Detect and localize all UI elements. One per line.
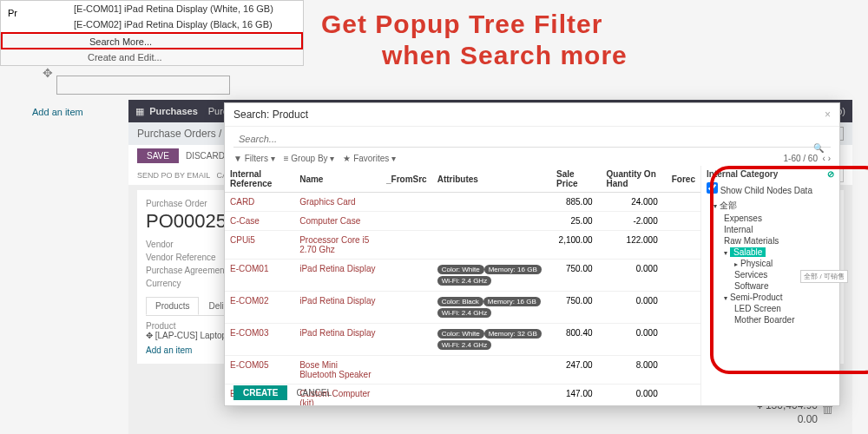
create-button[interactable]: CREATE [233, 385, 287, 400]
tab-products[interactable]: Products [146, 297, 199, 315]
product-select[interactable] [56, 76, 230, 95]
search-product-modal: Search: Product × ▼ Filters ▾ ≡ Group By… [224, 102, 840, 406]
cell-attr: Color: BlackMemory: 16 GBWi-Fi: 2.4 GHz [432, 292, 551, 324]
create-edit-option[interactable]: Create and Edit... [1, 49, 303, 65]
tree-node-root[interactable]: 全部 [707, 199, 834, 213]
tree-node[interactable]: Internal [707, 224, 834, 235]
modal-pager: 1-60 / 60 ‹ › [783, 154, 831, 163]
attribute-pill: Memory: 16 GB [483, 297, 541, 306]
search-more-option[interactable]: Search More... [1, 32, 303, 49]
th-ref[interactable]: Internal Reference [225, 166, 294, 193]
search-input[interactable] [233, 131, 831, 148]
discard-button[interactable]: DISCARD [186, 151, 225, 161]
cell-price: 800.40 [551, 324, 601, 356]
th-price[interactable]: Sale Price [551, 166, 601, 193]
cell-attr [432, 212, 551, 231]
app-window: ▦ Purchases Purchase ▾ Control ▾ Reporti… [128, 100, 852, 434]
cell-forecast [667, 212, 700, 231]
dropdown-option[interactable]: [E-COM01] iPad Retina Display (White, 16… [1, 1, 303, 16]
cell-price: 247.00 [551, 356, 601, 385]
cell-qty: 122.000 [602, 231, 667, 260]
attribute-pill: Wi-Fi: 2.4 GHz [437, 340, 491, 350]
show-child-checkbox[interactable]: Show Child Nodes Data [707, 182, 834, 195]
cell-ref: CPUi5 [225, 231, 294, 260]
dropdown-option[interactable]: [E-COM02] iPad Retina Display (Black, 16… [1, 16, 303, 32]
cancel-button[interactable]: CANCEL [296, 388, 332, 398]
table-row[interactable]: C-CaseComputer Case25.00-2.000 [225, 212, 700, 231]
cell-qty: 0.000 [602, 260, 667, 292]
cell-price: 750.00 [551, 292, 601, 324]
table-row[interactable]: CPUi5Processor Core i5 2.70 Ghz2,100.001… [225, 231, 700, 260]
table-row[interactable]: E-COM05Bose Mini Bluetooth Speaker247.00… [225, 356, 700, 385]
th-attr[interactable]: Attributes [432, 166, 551, 193]
tree-node[interactable]: Physical [707, 258, 834, 269]
cell-src [381, 212, 432, 231]
add-item-link[interactable]: Add an item [32, 107, 83, 117]
pager-next-icon[interactable]: › [828, 154, 831, 163]
category-tree: Internal Category ⊘ Show Child Nodes Dat… [700, 166, 839, 405]
th-qty[interactable]: Quantity On Hand [602, 166, 667, 193]
search-icon[interactable]: 🔍 [813, 143, 824, 153]
cell-ref: E-COM02 [225, 292, 294, 324]
cell-ref: E-COM03 [225, 324, 294, 356]
close-icon[interactable]: × [825, 108, 831, 121]
cell-attr [432, 385, 551, 406]
modal-title: Search: Product [233, 108, 308, 121]
th-src[interactable]: _FromSrc [381, 166, 432, 193]
overlay-title: Get Popup Tree Filter when Search more [321, 9, 628, 71]
table-row[interactable]: E-COM02iPad Retina DisplayColor: BlackMe… [225, 292, 700, 324]
cell-attr [432, 193, 551, 212]
cell-forecast [667, 260, 700, 292]
cell-src [381, 385, 432, 406]
th-name[interactable]: Name [294, 166, 381, 193]
cell-src [381, 193, 432, 212]
pager-prev-icon[interactable]: ‹ [823, 154, 825, 163]
groupby-dropdown[interactable]: ≡ Group By ▾ [284, 154, 335, 163]
tree-close-icon[interactable]: ⊘ [827, 169, 834, 179]
tree-node-semi[interactable]: Semi-Product [707, 292, 834, 303]
cell-attr: Color: WhiteMemory: 32 GBWi-Fi: 2.4 GHz [432, 324, 551, 356]
cell-qty: -2.000 [602, 212, 667, 231]
cell-qty: 0.000 [602, 324, 667, 356]
cell-forecast [667, 385, 700, 406]
cell-attr [432, 231, 551, 260]
cell-src [381, 292, 432, 324]
cell-forecast [667, 193, 700, 212]
attribute-pill: Color: Black [437, 297, 483, 306]
cell-ref: CARD [225, 193, 294, 212]
table-row[interactable]: E-COM03iPad Retina DisplayColor: WhiteMe… [225, 324, 700, 356]
cell-name: Graphics Card [294, 193, 381, 212]
attribute-pill: Color: White [437, 265, 484, 274]
send-po-button[interactable]: SEND PO BY EMAIL [137, 171, 210, 180]
table-row[interactable]: CARDGraphics Card885.0024.000 [225, 193, 700, 212]
attribute-pill: Memory: 32 GB [484, 329, 542, 339]
attribute-pill: Wi-Fi: 2.4 GHz [437, 308, 491, 318]
cell-qty: 24.000 [602, 193, 667, 212]
save-button[interactable]: SAVE [137, 148, 179, 163]
cell-src [381, 324, 432, 356]
tree-title: Internal Category [707, 169, 778, 179]
app-name[interactable]: Purchases [149, 106, 198, 116]
tree-tooltip: 全部 / 可销售 [800, 270, 848, 283]
attribute-pill: Memory: 16 GB [484, 265, 542, 274]
tree-node[interactable]: Raw Materials [707, 235, 834, 247]
cell-name: Bose Mini Bluetooth Speaker [294, 356, 381, 385]
cell-name: iPad Retina Display [294, 324, 381, 356]
tree-node[interactable]: Mother Boarder [707, 314, 834, 326]
cell-ref: E-COM05 [225, 356, 294, 385]
tree-node[interactable]: LED Screen [707, 303, 834, 314]
cell-price: 25.00 [551, 212, 601, 231]
tree-node-salable[interactable]: Salable [707, 247, 834, 258]
apps-icon[interactable]: ▦ [135, 106, 144, 117]
cell-src [381, 231, 432, 260]
cell-qty: 8.000 [602, 356, 667, 385]
table-row[interactable]: E-COM01iPad Retina DisplayColor: WhiteMe… [225, 260, 700, 292]
tree-node[interactable]: Expenses [707, 213, 834, 224]
cell-attr: Color: WhiteMemory: 16 GBWi-Fi: 2.4 GHz [432, 260, 551, 292]
th-forecast[interactable]: Forec [667, 166, 700, 193]
cell-name: Computer Case [294, 212, 381, 231]
filters-dropdown[interactable]: ▼ Filters ▾ [233, 154, 275, 163]
move-handle-icon[interactable]: ✥ [43, 66, 53, 80]
favorites-dropdown[interactable]: ★ Favorites ▾ [343, 154, 396, 163]
cell-price: 147.00 [551, 385, 601, 406]
